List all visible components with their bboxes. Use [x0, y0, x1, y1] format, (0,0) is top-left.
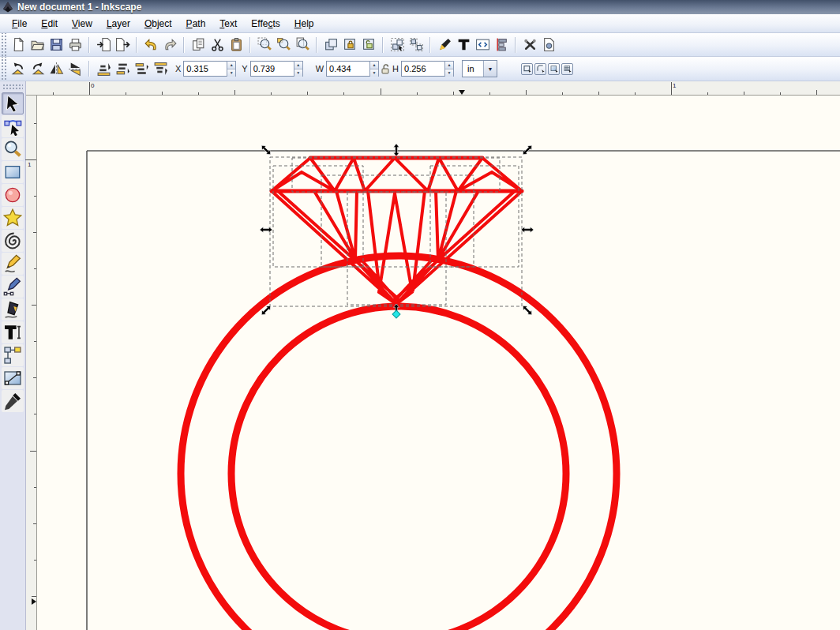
handle-middle-right[interactable] — [521, 227, 534, 232]
redo-button[interactable] — [160, 36, 179, 54]
palette-grip[interactable] — [2, 84, 23, 89]
clone-button[interactable] — [340, 36, 359, 54]
tool-selector[interactable] — [2, 92, 24, 114]
tool-text[interactable] — [2, 321, 24, 343]
fill-stroke-button[interactable] — [435, 36, 454, 54]
flip-v-button[interactable] — [66, 59, 84, 78]
ungroup-button[interactable] — [407, 36, 426, 54]
canvas[interactable] — [37, 96, 840, 630]
tool-node[interactable] — [2, 115, 24, 137]
doc-props-icon — [542, 37, 557, 52]
diamond-drawing[interactable] — [272, 158, 522, 304]
toolbar-grip[interactable] — [0, 57, 7, 81]
save-button[interactable] — [47, 36, 66, 54]
tool-dropper[interactable] — [2, 390, 24, 412]
cut-button[interactable] — [208, 36, 227, 54]
align-button[interactable] — [492, 36, 511, 54]
main-toolbar — [0, 33, 840, 57]
doc-new-button[interactable] — [9, 36, 28, 54]
duplicate-button[interactable] — [321, 36, 340, 54]
affect-stroke-toggle[interactable] — [521, 63, 533, 75]
tool-pencil[interactable] — [2, 253, 24, 275]
lower-button[interactable] — [113, 59, 132, 78]
menu-edit[interactable]: Edit — [34, 16, 65, 32]
tool-pen[interactable] — [2, 276, 24, 298]
affect-pattern-toggle[interactable] — [561, 63, 573, 75]
tool-spiral[interactable] — [2, 230, 24, 252]
tool-calligraphy[interactable] — [2, 298, 24, 321]
toolbar-grip[interactable] — [0, 33, 7, 56]
unlink-clone-button[interactable] — [359, 36, 378, 54]
raise-top-icon — [153, 62, 168, 77]
tool-ellipse[interactable] — [2, 184, 24, 206]
lock-ratio-toggle[interactable] — [381, 63, 391, 74]
print-button[interactable] — [66, 36, 84, 54]
paste-button[interactable] — [227, 36, 246, 54]
tool-star[interactable] — [2, 207, 24, 229]
gradient-icon — [3, 369, 22, 388]
diamond-table-girdle[interactable] — [272, 158, 522, 191]
y-spinner[interactable]: ▲▼ — [294, 61, 303, 77]
menu-effects[interactable]: Effects — [244, 16, 287, 32]
tool-rect[interactable] — [2, 161, 24, 183]
ring-outer-circle[interactable] — [181, 256, 617, 630]
export-button[interactable] — [113, 36, 132, 54]
handle-top-left[interactable] — [260, 144, 272, 156]
star-icon — [3, 208, 22, 227]
diamond-facets[interactable] — [272, 158, 522, 304]
handle-middle-left[interactable] — [260, 227, 272, 232]
copy-button[interactable] — [189, 36, 208, 54]
rotate-cw-button[interactable] — [28, 59, 47, 78]
h-spinner[interactable]: ▲▼ — [444, 61, 454, 77]
zoom-page-button[interactable] — [293, 36, 312, 54]
title-bar[interactable]: New document 1 - Inkscape — [0, 0, 840, 14]
dropper-icon — [3, 392, 22, 411]
import-button[interactable] — [94, 36, 113, 54]
preferences-button[interactable] — [520, 36, 539, 54]
x-spinner[interactable]: ▲▼ — [227, 61, 236, 77]
menu-object[interactable]: Object — [137, 16, 179, 32]
ring-drawing[interactable] — [181, 256, 617, 630]
group-button[interactable] — [388, 36, 407, 54]
dropdown-arrow-icon[interactable]: ▼ — [483, 61, 497, 77]
affect-corners-icon — [536, 64, 546, 73]
raise-top-button[interactable] — [151, 59, 170, 78]
ruler-tick — [89, 82, 90, 95]
units-dropdown[interactable]: in ▼ — [462, 60, 497, 77]
zoom-drawing-button[interactable] — [274, 36, 293, 54]
menu-help[interactable]: Help — [287, 16, 321, 32]
affect-corners-toggle[interactable] — [534, 63, 546, 75]
menu-layer[interactable]: Layer — [99, 16, 137, 32]
zoom-selection-button[interactable] — [255, 36, 274, 54]
h-field[interactable] — [401, 61, 444, 77]
w-field[interactable] — [326, 61, 369, 77]
affect-gradient-toggle[interactable] — [548, 63, 560, 75]
selection-handles[interactable] — [260, 144, 534, 318]
tool-connector[interactable] — [2, 344, 24, 366]
ring-inner-circle[interactable] — [231, 306, 566, 630]
handle-top-center[interactable] — [393, 144, 399, 156]
text-dialog-button[interactable] — [454, 36, 473, 54]
doc-props-button[interactable] — [539, 36, 558, 54]
tool-zoom[interactable] — [2, 138, 24, 160]
horizontal-ruler[interactable]: 01 — [26, 81, 840, 96]
raise-button[interactable] — [132, 59, 151, 78]
folder-open-button[interactable] — [28, 36, 47, 54]
flip-h-button[interactable] — [47, 59, 66, 78]
vertical-ruler[interactable]: 1 — [26, 96, 37, 630]
menu-path[interactable]: Path — [179, 16, 213, 32]
undo-button[interactable] — [141, 36, 160, 54]
menu-file[interactable]: File — [5, 16, 34, 32]
y-field[interactable] — [250, 61, 294, 77]
lower-bottom-button[interactable] — [94, 59, 113, 78]
menu-text[interactable]: Text — [212, 16, 244, 32]
rotate-ccw-button[interactable] — [9, 59, 28, 78]
xml-editor-button[interactable] — [473, 36, 492, 54]
menu-view[interactable]: View — [65, 16, 99, 32]
x-field[interactable] — [183, 61, 227, 77]
group-icon — [390, 37, 405, 52]
tool-gradient[interactable] — [2, 367, 24, 389]
handle-top-right[interactable] — [521, 144, 534, 156]
canvas-svg[interactable] — [37, 96, 840, 630]
w-spinner[interactable]: ▲▼ — [369, 61, 379, 77]
